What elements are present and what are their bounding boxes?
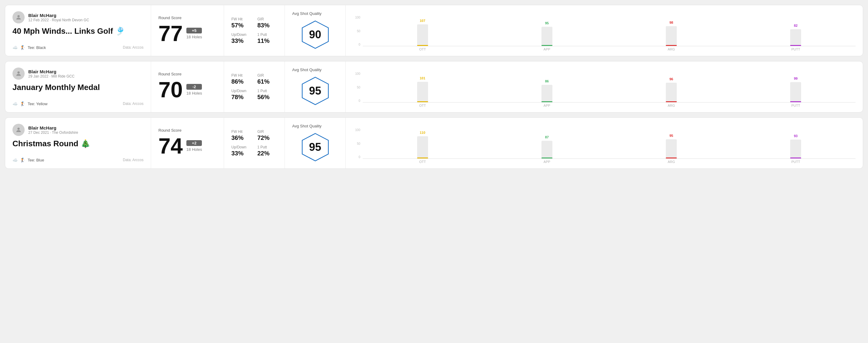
hexagon-container: 95 (300, 76, 331, 106)
card-stats-section: FW Hit 86% GIR 61% Up/Down 78% 1 Putt 56… (224, 61, 285, 112)
up-down-stat: Up/Down 33% (231, 145, 251, 157)
gir-stat: GIR 61% (257, 73, 278, 85)
chart-x-labels: OTT APP ARG PUTT (363, 160, 856, 164)
svg-point-2 (17, 71, 20, 73)
chart-x-labels: OTT APP ARG PUTT (363, 104, 856, 107)
y-tick-0: 0 (359, 155, 360, 159)
card-player-section: Blair McHarg 12 Feb 2022 · Royal North D… (5, 5, 151, 56)
weather-icon: ☁️ (12, 45, 18, 50)
chart-x-label: ARG (612, 104, 731, 107)
bar-background (790, 139, 801, 158)
player-name: Blair McHarg (28, 13, 89, 18)
bar-background (790, 82, 801, 102)
bar-value-label: 87 (545, 135, 549, 139)
player-date: 29 Jan 2022 · Mill Ride GCC (28, 74, 74, 79)
y-tick-50: 50 (357, 30, 360, 33)
score-number: 70 (158, 79, 183, 101)
y-tick-100: 100 (355, 72, 360, 75)
chart-area: 100 50 0 107 95 98 (353, 16, 856, 51)
chart-inner: 107 95 98 82 (363, 16, 856, 46)
bar-background (417, 82, 428, 102)
fw-hit-label: FW Hit (231, 17, 251, 21)
bar-value-label: 82 (794, 24, 798, 27)
bar-column: 82 (736, 29, 856, 46)
player-meta: Blair McHarg 29 Jan 2022 · Mill Ride GCC (28, 69, 74, 79)
fw-hit-value: 57% (231, 22, 251, 29)
quality-score: 95 (309, 85, 321, 97)
chart-area: 100 50 0 110 87 95 (353, 128, 856, 164)
card-quality-section: Avg Shot Quality 90 (285, 5, 346, 56)
round-card-2: Blair McHarg 27 Dec 2021 · The Oxfordshi… (5, 117, 863, 169)
card-quality-section: Avg Shot Quality 95 (285, 118, 346, 168)
avatar (12, 124, 25, 136)
up-down-label: Up/Down (231, 89, 251, 93)
fw-hit-value: 36% (231, 134, 251, 142)
bar-indicator (541, 157, 552, 158)
score-badge-col: +5 18 Holes (186, 28, 202, 39)
bar-column: 96 (612, 83, 731, 102)
bar-indicator (790, 157, 801, 158)
round-score-label: Round Score (158, 128, 216, 132)
fw-hit-stat: FW Hit 57% (231, 17, 251, 29)
card-score-section: Round Score 74 +2 18 Holes (151, 118, 224, 168)
quality-score: 95 (309, 141, 321, 154)
chart-x-label: ARG (612, 160, 731, 164)
fw-hit-stat: FW Hit 86% (231, 73, 251, 85)
bar-value-label: 101 (420, 76, 425, 80)
gir-value: 61% (257, 78, 278, 85)
bag-icon: 🏌 (20, 101, 25, 106)
bar-value-label: 86 (545, 80, 549, 83)
fw-hit-value: 86% (231, 78, 251, 85)
avatar (12, 11, 25, 23)
score-row: 74 +2 18 Holes (158, 135, 216, 157)
bar-value-label: 107 (420, 19, 425, 23)
bar-background (541, 85, 552, 102)
up-down-value: 33% (231, 150, 251, 157)
hexagon-container: 95 (300, 132, 331, 162)
tee-info: ☁️ 🏌 Tee: Black (12, 45, 46, 50)
fw-hit-label: FW Hit (231, 73, 251, 77)
card-stats-section: FW Hit 57% GIR 83% Up/Down 33% 1 Putt 11… (224, 5, 285, 56)
up-down-stat: Up/Down 78% (231, 89, 251, 101)
bar-column: 101 (363, 82, 482, 102)
bar-value-label: 110 (420, 131, 425, 134)
svg-point-0 (17, 15, 20, 17)
y-tick-0: 0 (359, 99, 360, 102)
score-row: 70 -2 18 Holes (158, 79, 216, 101)
score-diff-badge: +2 (186, 140, 202, 146)
chart-x-label: PUTT (736, 48, 856, 51)
round-card-0: Blair McHarg 12 Feb 2022 · Royal North D… (5, 5, 863, 56)
weather-icon: ☁️ (12, 157, 18, 162)
score-badge-col: -2 18 Holes (186, 84, 202, 95)
data-source: Data: Arccos (123, 101, 144, 106)
tee-label: Tee: Black (28, 45, 46, 50)
card-chart-section: 100 50 0 107 95 98 (346, 5, 863, 56)
player-meta: Blair McHarg 12 Feb 2022 · Royal North D… (28, 13, 89, 22)
player-info: Blair McHarg 29 Jan 2022 · Mill Ride GCC (12, 67, 144, 80)
chart-x-label: APP (487, 48, 607, 51)
chart-inner: 101 86 96 99 (363, 72, 856, 102)
player-meta: Blair McHarg 27 Dec 2021 · The Oxfordshi… (28, 125, 78, 135)
card-player-section: Blair McHarg 27 Dec 2021 · The Oxfordshi… (5, 118, 151, 168)
card-player-section: Blair McHarg 29 Jan 2022 · Mill Ride GCC… (5, 61, 151, 112)
card-score-section: Round Score 77 +5 18 Holes (151, 5, 224, 56)
player-date: 27 Dec 2021 · The Oxfordshire (28, 130, 78, 135)
fw-hit-label: FW Hit (231, 129, 251, 134)
one-putt-value: 11% (257, 37, 278, 44)
player-info: Blair McHarg 27 Dec 2021 · The Oxfordshi… (12, 124, 144, 136)
one-putt-label: 1 Putt (257, 33, 278, 37)
chart-x-label: ARG (612, 48, 731, 51)
bar-indicator (541, 101, 552, 102)
bar-indicator (666, 101, 677, 102)
chart-x-label: PUTT (736, 104, 856, 107)
holes-label: 18 Holes (186, 91, 202, 95)
bar-column: 87 (487, 141, 607, 158)
chart-x-label: APP (487, 160, 607, 164)
bar-background (666, 83, 677, 102)
avg-quality-label: Avg Shot Quality (292, 67, 322, 72)
round-title: 40 Mph Winds... Links Golf 🎐 (12, 27, 144, 36)
bar-indicator (417, 101, 428, 102)
card-footer: ☁️ 🏌 Tee: Yellow Data: Arccos (12, 101, 144, 106)
one-putt-stat: 1 Putt 56% (257, 89, 278, 101)
card-stats-section: FW Hit 36% GIR 72% Up/Down 33% 1 Putt 22… (224, 118, 285, 168)
